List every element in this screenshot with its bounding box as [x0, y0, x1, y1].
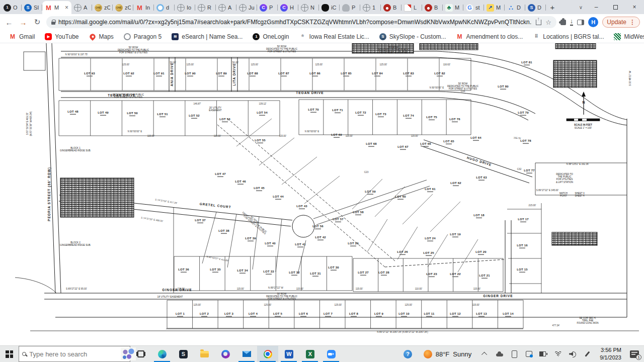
browser-tab[interactable]: 1: [360, 1, 381, 14]
lot-area-text: [291, 275, 297, 276]
browser-tab[interactable]: iC: [319, 1, 340, 14]
bookmark-star-icon[interactable]: ☆: [545, 19, 551, 26]
battery-icon[interactable]: [539, 350, 547, 358]
wifi-icon[interactable]: [554, 350, 562, 358]
bookmark-item[interactable]: ▶YouTube: [41, 32, 83, 42]
browser-tab[interactable]: d: [154, 1, 175, 14]
bookmark-item[interactable]: 1OneLogin: [249, 32, 293, 42]
browser-tab[interactable]: P: [340, 1, 360, 14]
taskbar-app-dark-s[interactable]: S: [173, 346, 194, 362]
chevron-up-icon[interactable]: [481, 350, 489, 358]
phone-link-icon[interactable]: [510, 350, 518, 358]
map-text: LOT 27: [358, 271, 369, 274]
taskbar-app-task-view[interactable]: [130, 346, 151, 362]
bookmark-item[interactable]: MAmendment to clos...: [452, 32, 527, 42]
taskbar-app-excel[interactable]: X: [299, 346, 320, 362]
volume-icon[interactable]: [569, 350, 577, 358]
bookmark-label: Maps: [99, 33, 114, 40]
bookmark-item[interactable]: MGmail: [5, 32, 39, 42]
tab-search-chevron-icon[interactable]: ∨: [579, 5, 583, 10]
search-input[interactable]: [29, 350, 118, 358]
taskbar-app-edge[interactable]: [151, 346, 173, 362]
weather-widget[interactable]: 88°F Sunny: [424, 350, 474, 358]
map-text: LOT 50: [127, 112, 138, 115]
map-text: LOT 17: [518, 218, 529, 221]
browser-tab[interactable]: MIn: [133, 1, 154, 14]
bookmark-item[interactable]: MidWestOne: [610, 32, 644, 42]
taskbar-app-chrome[interactable]: [257, 346, 278, 362]
taskbar-app-mail[interactable]: [236, 346, 257, 362]
browser-tab[interactable]: R: [195, 1, 216, 14]
browser-tab[interactable]: ONEzC: [113, 1, 133, 14]
browser-tab[interactable]: A: [71, 1, 92, 14]
bookmark-item[interactable]: SSkySlope - Custom...: [375, 32, 450, 42]
map-text: N 90°00'00" E: [430, 86, 444, 89]
notification-center-icon[interactable]: 1: [630, 350, 639, 358]
profile-avatar[interactable]: H: [588, 17, 598, 27]
onedrive-icon[interactable]: [496, 350, 504, 358]
side-panel-icon[interactable]: [577, 20, 584, 25]
lot-area-text: [331, 270, 337, 271]
browser-tab[interactable]: B: [422, 1, 443, 14]
gray-ring-icon: [124, 33, 131, 40]
map-text: FOR STREET & UTILITIES: [268, 50, 296, 53]
globe-icon: [363, 4, 370, 12]
browser-tab[interactable]: ∴D: [505, 1, 525, 14]
browser-tab[interactable]: ♣M: [443, 1, 463, 14]
map-text: LOT 67: [397, 145, 409, 148]
extensions-icon[interactable]: [560, 20, 566, 25]
bookmark-item[interactable]: *Iowa Real Estate Lic...: [295, 32, 373, 42]
browser-tab[interactable]: SD: [525, 1, 546, 14]
browser-tab[interactable]: A: [216, 1, 236, 14]
windows-logo-icon: [6, 350, 13, 358]
maximize-button[interactable]: [606, 0, 625, 14]
close-button[interactable]: ×: [625, 0, 644, 14]
update-button[interactable]: Update ⋮: [602, 17, 640, 28]
browser-tab[interactable]: L: [401, 1, 422, 14]
browser-tab[interactable]: SSI: [22, 1, 42, 14]
browser-tab[interactable]: CH: [278, 1, 298, 14]
bookmark-item[interactable]: ⠿Locations | BGRS tal...: [529, 32, 608, 42]
taskbar-search-box[interactable]: [19, 346, 130, 362]
browser-tab[interactable]: Ju: [236, 1, 257, 14]
browser-tab[interactable]: B: [381, 1, 401, 14]
browser-tab[interactable]: MM×: [42, 1, 71, 14]
browser-tab[interactable]: 1O: [1, 1, 22, 14]
browser-tab[interactable]: CP: [257, 1, 278, 14]
start-button[interactable]: [0, 346, 19, 362]
reload-button[interactable]: ↻: [32, 18, 42, 27]
share-icon[interactable]: [536, 20, 541, 25]
tab-title: D: [517, 5, 523, 11]
back-button[interactable]: ←: [4, 18, 14, 27]
tab-close-icon[interactable]: ×: [64, 4, 69, 11]
new-tab-button[interactable]: +: [546, 1, 559, 14]
map-text: LOT 80: [498, 85, 509, 88]
taskbar-app-explorer[interactable]: [194, 346, 215, 362]
lot-area-text: [406, 118, 412, 119]
lot-area-text: [325, 316, 331, 317]
taskbar-app-word[interactable]: W: [278, 346, 299, 362]
taskbar-clock[interactable]: 3:56 PM 9/1/2023: [598, 346, 623, 361]
forward-button[interactable]: →: [18, 18, 28, 27]
clock-date: 9/1/2023: [600, 354, 621, 361]
teams-icon[interactable]: [525, 350, 533, 358]
url-text[interactable]: https://mail.google.com/mail/u/0/?zx=xg2…: [58, 19, 532, 26]
browser-tab[interactable]: Io: [175, 1, 195, 14]
browser-tab[interactable]: ONEzC: [92, 1, 113, 14]
pen-icon[interactable]: [583, 350, 591, 358]
bookmark-item[interactable]: Paragon 5: [120, 32, 166, 42]
taskbar-app-get-help[interactable]: ?: [397, 346, 419, 362]
address-bar[interactable]: https://mail.google.com/mail/u/0/?zx=xg2…: [46, 16, 556, 28]
browser-menu-icon[interactable]: ⋮: [629, 19, 635, 26]
lot-area-text: [423, 146, 429, 147]
browser-tab[interactable]: ↗M: [484, 1, 505, 14]
minimize-button[interactable]: –: [587, 0, 606, 14]
yellow-arrow-icon: ↗: [487, 4, 494, 12]
bookmark-item[interactable]: Maps: [85, 32, 118, 42]
taskbar-app-zoom[interactable]: [320, 346, 342, 362]
browser-tab[interactable]: N: [298, 1, 319, 14]
taskbar-app-purple-ring[interactable]: [215, 346, 236, 362]
downloads-icon[interactable]: ↓: [570, 19, 574, 26]
browser-tab[interactable]: Gst: [463, 1, 484, 14]
bookmark-item[interactable]: ≋eSearch | Name Sea...: [168, 32, 247, 42]
